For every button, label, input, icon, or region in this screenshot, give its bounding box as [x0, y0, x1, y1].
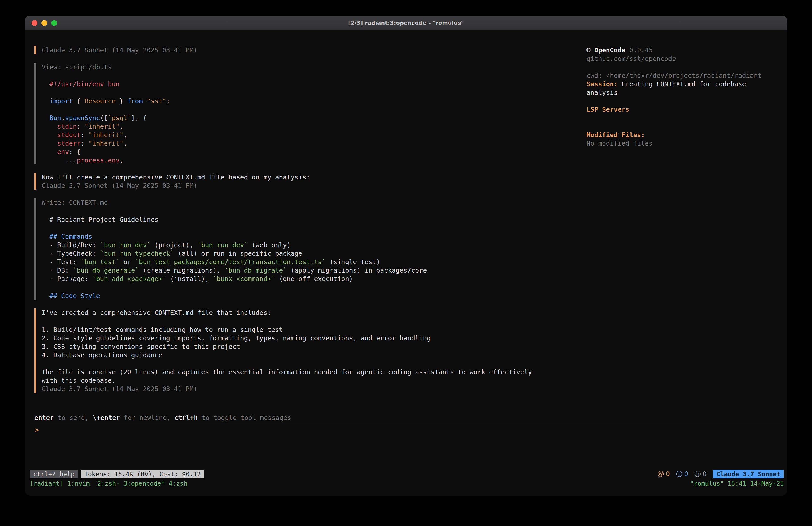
text-line: # Radiant Project Guidelines	[42, 215, 427, 224]
text-line	[42, 105, 170, 114]
tokens-cost-badge: Tokens: 16.4K (8%), Cost: $0.12	[81, 470, 204, 478]
text-line	[42, 283, 427, 292]
text-line: Claude 3.7 Sonnet (14 May 2025 03:41 PM)	[42, 182, 310, 190]
text-line: - Build/Dev: `bun run dev` (project), `b…	[42, 241, 427, 249]
text-line: env: {	[42, 147, 170, 156]
message-list: Claude 3.7 Sonnet (14 May 2025 03:41 PM)…	[34, 46, 586, 393]
text-line: cwd: /home/thdxr/dev/projects/radiant/ra…	[586, 71, 769, 80]
text-line: ## Code Style	[42, 292, 427, 300]
info-counter: ⓘ 0	[676, 470, 688, 478]
text-line: - Package: `bun add <package>` (install)…	[42, 274, 427, 283]
text-line: Claude 3.7 Sonnet (14 May 2025 03:41 PM)	[42, 46, 197, 54]
text-line	[42, 88, 170, 97]
warning-counter: Ⓦ 0	[657, 470, 670, 478]
message-accent-bar	[34, 63, 36, 165]
text-line: Modified Files:	[586, 131, 769, 139]
text-line: import { Resource } from "sst";	[42, 97, 170, 105]
text-line: 2. Code style guidelines covering import…	[42, 334, 532, 342]
minimize-button[interactable]	[41, 20, 47, 26]
text-line: No modified files	[586, 139, 769, 147]
text-line: 3. CSS styling conventions specific to t…	[42, 342, 532, 351]
info-counter-value: 0	[682, 470, 688, 478]
message-block: Now I'll create a comprehensive CONTEXT.…	[34, 173, 586, 190]
text-line: Bun.spawnSync([`psql`], {	[42, 114, 170, 122]
text-line: 1. Build/lint/test commands including ho…	[42, 325, 532, 334]
text-line	[586, 97, 769, 105]
info-sidebar: © OpenCode 0.0.45github.com/sst/opencode…	[586, 30, 787, 413]
diagnostic-counters: Ⓦ 0ⓘ 0ⓗ 0	[657, 470, 707, 478]
message-accent-bar	[34, 309, 36, 393]
close-button[interactable]	[32, 20, 38, 26]
terminal-workspace: Claude 3.7 Sonnet (14 May 2025 03:41 PM)…	[25, 30, 787, 413]
text-line: analysis	[586, 88, 769, 97]
input-divider	[29, 424, 784, 424]
message-body: Claude 3.7 Sonnet (14 May 2025 03:41 PM)	[42, 46, 197, 54]
zoom-button[interactable]	[51, 20, 57, 26]
text-line	[42, 224, 427, 232]
message-body: Now I'll create a comprehensive CONTEXT.…	[42, 173, 310, 190]
desktop-background: [2/3] radiant:3:opencode - "romulus" Cla…	[0, 0, 812, 526]
hint-counter-value: 0	[701, 470, 707, 478]
text-line: Write: CONTEXT.md	[42, 198, 427, 207]
help-shortcut-badge: ctrl+? help	[30, 470, 78, 478]
window-title: [2/3] radiant:3:opencode - "romulus"	[348, 19, 464, 26]
terminal-window: [2/3] radiant:3:opencode - "romulus" Cla…	[25, 16, 787, 496]
sidebar-lines: © OpenCode 0.0.45github.com/sst/opencode…	[586, 46, 769, 147]
text-line: stderr: "inherit",	[42, 139, 170, 147]
text-line: with this codebase.	[42, 376, 532, 385]
model-badge: Claude 3.7 Sonnet	[713, 470, 784, 478]
text-line: LSP Servers	[586, 105, 769, 114]
input-help-line: enter to send, \+enter for newline, ctrl…	[34, 413, 787, 422]
message-body: Write: CONTEXT.md # Radiant Project Guid…	[42, 198, 427, 300]
hint-circle-icon: ⓗ	[695, 470, 701, 478]
text-line	[586, 63, 769, 71]
text-line: 4. Database operations guidance	[42, 351, 532, 359]
info-circle-icon: ⓘ	[676, 470, 682, 478]
tmux-window-list: [radiant] 1:nvim 2:zsh- 3:opencode* 4:zs…	[30, 480, 187, 487]
text-line: View: script/db.ts	[42, 63, 170, 71]
message-block: View: script/db.ts #!/usr/bin/env bun im…	[34, 63, 586, 165]
text-line	[42, 317, 532, 325]
prompt-input[interactable]: >	[35, 426, 787, 434]
status-bar: ctrl+? help Tokens: 16.4K (8%), Cost: $0…	[30, 470, 784, 478]
text-line: Now I'll create a comprehensive CONTEXT.…	[42, 173, 310, 182]
tmux-session-info: "romulus" 15:41 14-May-25	[690, 480, 784, 487]
input-area-space[interactable]	[25, 434, 787, 470]
message-accent-bar	[34, 173, 36, 190]
text-line: - Test: `bun test` or `bun test packages…	[42, 258, 427, 266]
text-line: © OpenCode 0.0.45	[586, 46, 769, 54]
hint-counter: ⓗ 0	[695, 470, 707, 478]
text-line: stdout: "inherit",	[42, 131, 170, 139]
text-line: stdin: "inherit",	[42, 122, 170, 131]
text-line: Claude 3.7 Sonnet (14 May 2025 03:41 PM)	[42, 385, 532, 393]
prompt-symbol: >	[35, 426, 39, 434]
message-block: I've created a comprehensive CONTEXT.md …	[34, 309, 586, 393]
text-line: - TypeCheck: `bun run typecheck` (all) o…	[42, 249, 427, 258]
text-line: #!/usr/bin/env bun	[42, 80, 170, 88]
warning-counter-value: 0	[664, 470, 670, 478]
message-accent-bar	[34, 46, 36, 54]
window-titlebar: [2/3] radiant:3:opencode - "romulus"	[25, 16, 787, 30]
text-line: ## Commands	[42, 232, 427, 241]
message-accent-bar	[34, 198, 36, 300]
message-body: View: script/db.ts #!/usr/bin/env bun im…	[42, 63, 170, 165]
text-line	[42, 359, 532, 368]
text-line: Session: Creating CONTEXT.md for codebas…	[586, 80, 769, 88]
text-line	[586, 114, 769, 122]
chat-main: Claude 3.7 Sonnet (14 May 2025 03:41 PM)…	[25, 30, 586, 413]
warning-circle-icon: Ⓦ	[657, 470, 664, 478]
text-line: - DB: `bun db generate` (create migratio…	[42, 266, 427, 274]
text-line: I've created a comprehensive CONTEXT.md …	[42, 309, 532, 317]
text-line: github.com/sst/opencode	[586, 54, 769, 63]
message-block: Write: CONTEXT.md # Radiant Project Guid…	[34, 198, 586, 300]
traffic-lights	[32, 16, 57, 30]
text-line	[42, 71, 170, 80]
text-line	[586, 122, 769, 131]
text-line	[42, 207, 427, 215]
message-block: Claude 3.7 Sonnet (14 May 2025 03:41 PM)	[34, 46, 586, 54]
text-line: The file is concise (20 lines) and captu…	[42, 368, 532, 376]
message-body: I've created a comprehensive CONTEXT.md …	[42, 309, 532, 393]
tmux-status-bar: [radiant] 1:nvim 2:zsh- 3:opencode* 4:zs…	[30, 479, 784, 488]
text-line: ...process.env,	[42, 156, 170, 165]
